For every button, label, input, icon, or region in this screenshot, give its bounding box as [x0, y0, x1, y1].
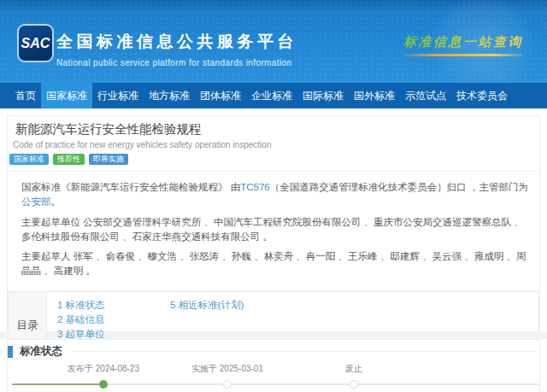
timeline-track-completed — [12, 383, 103, 385]
drafters-label: 主要起草人 — [21, 251, 71, 261]
nav-item-foreign-standards[interactable]: 国外标准 — [349, 83, 400, 108]
main-nav: 首页 国家标准 行业标准 地方标准 团体标准 企业标准 国际标准 国外标准 示范… — [0, 83, 547, 108]
badge-upcoming-implementation: 即将实施 — [89, 154, 128, 165]
timeline-dot-abolished — [350, 380, 358, 389]
intro-text-3: 。 — [51, 196, 62, 207]
nav-item-international-standards[interactable]: 国际标准 — [297, 83, 349, 108]
drafting-units-label: 主要起草单位 — [21, 217, 80, 227]
section-marker — [8, 346, 13, 358]
intro-text-1: 国家标准《新能源汽车运行安全性能检验规程》 由 — [21, 182, 240, 192]
nav-item-pilot-demos[interactable]: 示范试点 — [400, 83, 451, 108]
section-heading-row: 标准状态 — [8, 345, 539, 358]
status-timeline: 发布于 2024-08-23 实施于 2025-03-01 废止 — [8, 360, 539, 392]
timeline-label-abolished: 废止 — [345, 363, 362, 375]
standard-status-card: 标准状态 发布于 2024-08-23 实施于 2025-03-01 废止 — [7, 339, 540, 392]
timeline-label-published: 发布于 2024-08-23 — [68, 363, 139, 375]
badge-national-standard: 国家标准 — [9, 154, 49, 165]
site-titles: 全国标准信息公共服务平台 National public service pla… — [56, 31, 297, 67]
badge-row: 国家标准 推荐性 即将实施 — [9, 154, 539, 165]
heading-rule — [71, 351, 537, 352]
ministry-public-security-link[interactable]: 公安部 — [21, 196, 51, 207]
badge-recommended: 推荐性 — [53, 154, 85, 165]
timeline-label-implemented: 实施于 2025-03-01 — [191, 363, 263, 375]
standard-header: 新能源汽车运行安全性能检验规程 Code of practice for new… — [8, 121, 539, 172]
slogan-text: 标准信息一站查询 — [403, 34, 523, 50]
drafting-units-list: 公安部交通管理科学研究所 、中国汽车工程研究院股份有限公司 、重庆市公安局交通巡… — [21, 217, 524, 242]
nav-item-group-standards[interactable]: 团体标准 — [195, 83, 246, 108]
slogan: 标准信息一站查询 — [403, 34, 523, 56]
sac-logo-text: SAC — [21, 36, 50, 51]
site-title: 全国标准信息公共服务平台 — [56, 31, 297, 53]
page-title: 新能源汽车运行安全性能检验规程 — [15, 121, 539, 137]
drafting-units-paragraph: 主要起草单位 公安部交通管理科学研究所 、中国汽车工程研究院股份有限公司 、重庆… — [21, 215, 531, 244]
drafters-list: 张军 、俞春俊 、穆文浩 、张怒涛 、孙巍 、林奕舟 、冉一阳 、王乐峰 、邸建… — [21, 251, 526, 276]
nav-item-home[interactable]: 首页 — [10, 83, 41, 108]
spacer — [0, 108, 547, 115]
timeline-dot-implemented — [223, 380, 232, 389]
header-banner: SAC 全国标准信息公共服务平台 National public service… — [0, 0, 547, 83]
slogan-underline — [403, 54, 523, 56]
toc-link-standard-status[interactable]: 1 标准状态 — [57, 298, 170, 313]
sac-logo: SAC — [17, 24, 54, 62]
standard-detail-card: 新能源汽车运行安全性能检验规程 Code of practice for new… — [7, 115, 540, 332]
nav-item-technical-committees[interactable]: 技术委员会 — [451, 83, 513, 108]
nav-item-industry-standards[interactable]: 行业标准 — [92, 83, 144, 108]
drafters-paragraph: 主要起草人 张军 、俞春俊 、穆文浩 、张怒涛 、孙巍 、林奕舟 、冉一阳 、王… — [21, 249, 531, 278]
intro-text-2: （全国道路交通管理标准化技术委员会）归口 ，主管部门为 — [270, 182, 528, 192]
nav-item-local-standards[interactable]: 地方标准 — [144, 83, 195, 108]
section-title: 标准状态 — [20, 344, 62, 359]
site-subtitle-en: National public service platform for sta… — [56, 58, 297, 67]
nav-item-national-standards[interactable]: 国家标准 — [41, 83, 92, 108]
page-title-en: Code of practice for new energy vehicles… — [13, 139, 539, 150]
tc576-link[interactable]: TC576 — [240, 182, 270, 192]
nav-item-enterprise-standards[interactable]: 企业标准 — [246, 83, 297, 108]
toc-link-basic-info[interactable]: 2 基础信息 — [57, 313, 170, 327]
timeline-dot-published — [99, 380, 108, 389]
toc-link-related-standards[interactable]: 5 相近标准(计划) — [170, 298, 244, 313]
intro-paragraph: 国家标准《新能源汽车运行安全性能检验规程》 由TC576（全国道路交通管理标准化… — [21, 180, 531, 209]
